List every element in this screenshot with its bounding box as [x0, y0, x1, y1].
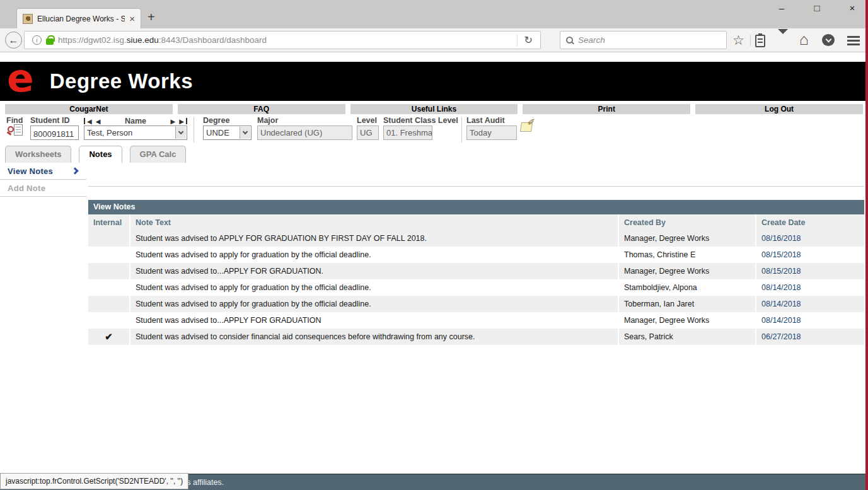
minimize-button[interactable]: – — [772, 3, 791, 13]
home-icon[interactable]: ⌂ — [799, 30, 809, 49]
notes-table: Internal Note Text Created By Create Dat… — [88, 214, 864, 345]
prev-record-icon[interactable]: ◀ — [94, 118, 103, 125]
name-pager: ◀ ◀ Name ▶ ▶ — [84, 117, 187, 125]
name-select[interactable]: Test, Person — [84, 125, 187, 140]
level-field: UG — [357, 125, 379, 140]
last-audit-label: Last Audit — [466, 116, 505, 125]
note-text: Student was advised to...APPLY FOR GRADU… — [130, 263, 618, 279]
last-record-icon[interactable]: ▶ — [177, 118, 186, 125]
internal-check: ✔ — [88, 329, 130, 345]
level-label: Level — [357, 116, 377, 125]
hamburger-menu-icon[interactable] — [847, 36, 860, 38]
find-label: Find — [6, 116, 23, 125]
create-date: 08/15/2018 — [756, 263, 864, 279]
internal-check — [88, 263, 130, 279]
class-level-field: 01. Freshma — [383, 125, 432, 140]
table-header-row: Internal Note Text Created By Create Dat… — [88, 214, 864, 230]
close-button[interactable]: × — [843, 3, 862, 13]
internal-check — [88, 312, 130, 329]
app-title: Degree Works — [50, 69, 193, 93]
first-record-icon[interactable]: ◀ — [85, 118, 94, 125]
note-row: Student was advised to APPLY FOR GRADUAT… — [88, 230, 864, 247]
internal-check — [88, 279, 130, 296]
note-text: Student was advised to...APPLY FOR GRADU… — [130, 312, 618, 329]
create-date: 08/14/2018 — [756, 312, 864, 329]
note-memo-icon[interactable] — [520, 122, 533, 132]
sidebar-item[interactable]: View Notes — [0, 163, 86, 180]
created-by: Manager, Degree Works — [618, 230, 756, 247]
footer-text: its affiliates. — [183, 478, 224, 487]
last-audit-field: Today — [466, 125, 517, 140]
page-info-icon[interactable]: i — [32, 35, 42, 45]
note-text: Student was advised to apply for graduat… — [130, 247, 618, 263]
note-text: Student was advised to consider financia… — [130, 329, 618, 345]
nav-button[interactable]: FAQ — [178, 104, 345, 114]
internal-check — [88, 230, 130, 247]
app-tab[interactable]: Notes — [79, 146, 122, 163]
panel-title: View Notes — [88, 200, 864, 214]
internal-check — [88, 247, 130, 263]
search-icon — [566, 37, 573, 44]
note-row: Student was advised to...APPLY FOR GRADU… — [88, 263, 864, 279]
degree-select[interactable]: UNDE — [203, 125, 252, 140]
new-tab-button[interactable]: + — [148, 10, 155, 25]
internal-check — [88, 296, 130, 312]
browser-tab-title: Ellucian Degree Works - SI... — [37, 15, 125, 23]
search-input[interactable] — [578, 35, 720, 45]
student-id-input[interactable] — [30, 125, 79, 140]
browser-titlebar: Ellucian Degree Works - SI... × + – □ × — [0, 0, 868, 28]
bookmark-star-icon[interactable]: ☆ — [732, 33, 744, 48]
reload-icon[interactable]: ↻ — [522, 34, 535, 46]
name-label: Name — [125, 117, 146, 125]
app-tab[interactable]: GPA Calc — [130, 146, 187, 163]
student-id-label: Student ID — [30, 116, 70, 125]
find-student-icon[interactable] — [8, 124, 23, 138]
ellucian-logo: e — [7, 64, 34, 92]
note-row: Student was advised to apply for graduat… — [88, 296, 864, 312]
note-row: ✔ Student was advised to consider financ… — [88, 329, 864, 345]
maximize-button[interactable]: □ — [807, 3, 826, 13]
url-bar[interactable]: i https://dgwt02.isg.siue.edu:8443/Dashb… — [24, 31, 541, 49]
sidebar-item[interactable]: Add Note — [0, 180, 86, 197]
major-label: Major — [257, 116, 278, 125]
note-text: Student was advised to apply for graduat… — [130, 279, 618, 296]
window-controls: – □ × — [772, 3, 862, 13]
tab-close-icon[interactable]: × — [129, 14, 135, 23]
app-tabs: WorksheetsNotesGPA Calc — [5, 146, 186, 163]
app-navbar: CougarNetFAQUseful LinksPrintLog Out — [0, 102, 868, 115]
next-record-icon[interactable]: ▶ — [169, 118, 178, 125]
nav-button[interactable]: CougarNet — [5, 104, 173, 114]
nav-button[interactable]: Print — [523, 104, 690, 114]
content-divider — [88, 186, 864, 187]
dropdown-arrow-icon[interactable] — [240, 127, 250, 139]
create-date: 08/14/2018 — [756, 296, 864, 312]
create-date: 08/14/2018 — [756, 279, 864, 296]
browser-tab[interactable]: Ellucian Degree Works - SI... × — [16, 8, 141, 28]
note-row: Student was advised to apply for graduat… — [88, 279, 864, 296]
create-date: 08/16/2018 — [756, 230, 864, 247]
nav-button[interactable]: Useful Links — [350, 104, 518, 114]
dropdown-arrow-icon[interactable] — [175, 127, 186, 139]
status-tooltip: javascript:top.frControl.GetScript('SD2N… — [0, 473, 188, 489]
search-box[interactable] — [560, 31, 727, 49]
back-button[interactable]: ← — [5, 32, 22, 49]
note-text: Student was advised to APPLY FOR GRADUAT… — [130, 230, 618, 247]
create-date: 06/27/2018 — [756, 329, 864, 345]
created-by: Stamboldjiev, Alpona — [618, 279, 756, 296]
class-level-label: Student Class Level — [383, 116, 458, 125]
created-by: Sears, Patrick — [618, 329, 756, 345]
pocket-icon[interactable] — [822, 34, 835, 46]
downloads-icon[interactable] — [778, 34, 788, 45]
create-date: 08/15/2018 — [756, 247, 864, 263]
https-lock-icon[interactable] — [46, 38, 54, 45]
url-text: https://dgwt02.isg.siue.edu:8443/Dashboa… — [58, 35, 267, 45]
nav-button[interactable]: Log Out — [695, 104, 863, 114]
reading-list-icon[interactable] — [755, 35, 765, 47]
favicon-cougar — [23, 14, 33, 24]
col-note-text: Note Text — [130, 214, 618, 230]
note-row: Student was advised to...APPLY FOR GRADU… — [88, 312, 864, 329]
app-header: e Degree Works — [0, 62, 868, 101]
app-tab[interactable]: Worksheets — [5, 146, 71, 163]
major-field: Undeclared (UG) — [257, 125, 352, 140]
col-created-by: Created By — [618, 214, 756, 230]
